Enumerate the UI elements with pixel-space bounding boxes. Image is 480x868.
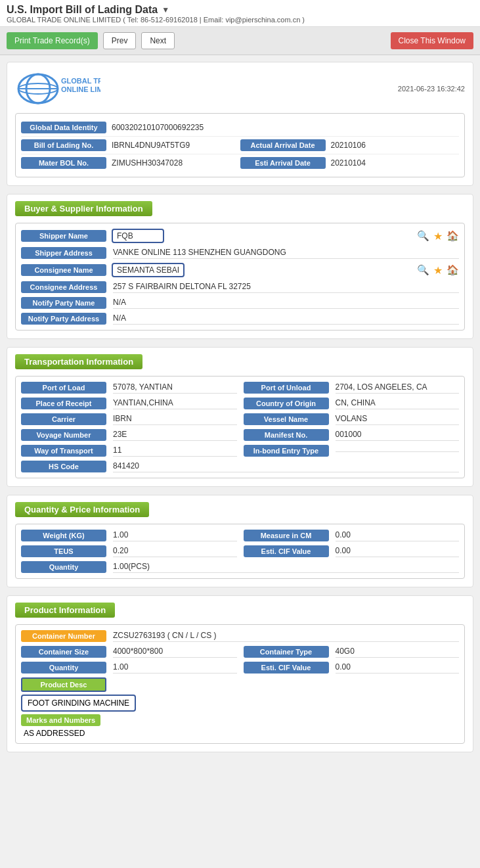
product-quantity-label: Quantity [21, 662, 106, 674]
marks-value: AS ADDRESSED [24, 729, 85, 738]
notify-party-address-label: Notify Party Address [21, 313, 106, 325]
marks-label: Marks and Numbers [21, 714, 100, 726]
quantity-label: Quantity [21, 561, 106, 573]
way-of-transport-value: 11 [113, 445, 237, 457]
mater-bol-label: Mater BOL No. [21, 157, 106, 169]
container-number-value: ZCSU2763193 ( CN / L / CS ) [113, 631, 459, 642]
svg-text:ONLINE LIMITED: ONLINE LIMITED [61, 85, 100, 93]
quantity-value: 1.00(PCS) [113, 562, 459, 573]
quantity-price-title: Quantity & Price Information [15, 502, 149, 517]
port-of-load-label: Port of Load [21, 382, 106, 394]
company-logo: GLOBAL TRADE ONLINE LIMITED [15, 70, 100, 106]
esti-arrival-value: 20210104 [331, 158, 366, 168]
place-of-receipt-value: YANTIAN,CHINA [113, 398, 237, 409]
product-esti-cif-value: 0.00 [336, 662, 460, 674]
home-icon-2[interactable]: 🏠 [447, 264, 459, 276]
mater-bol-value: ZIMUSHH30347028 [112, 158, 183, 168]
search-icon[interactable]: 🔍 [417, 230, 429, 242]
shipper-name-label: Shipper Name [21, 230, 106, 242]
container-type-value: 40G0 [336, 647, 460, 658]
global-data-identity-value: 600320210107000692235 [112, 123, 204, 132]
actual-arrival-label: Actual Arrival Date [240, 139, 326, 151]
home-icon[interactable]: 🏠 [447, 230, 459, 242]
vessel-name-label: Vessel Name [244, 413, 329, 425]
star-icon[interactable]: ★ [433, 230, 443, 242]
consignee-name-value[interactable]: SEMANTA SEBAI [112, 263, 185, 277]
vessel-name-value: VOLANS [336, 414, 460, 425]
svg-text:GLOBAL TRADE: GLOBAL TRADE [61, 77, 100, 85]
shipper-address-label: Shipper Address [21, 247, 106, 259]
carrier-value: IBRN [113, 414, 237, 425]
notify-party-name-value: N/A [113, 298, 459, 309]
measure-label: Measure in CM [244, 530, 329, 541]
container-number-label: Container Number [21, 630, 106, 642]
inbond-entry-label: In-bond Entry Type [244, 445, 329, 457]
esti-arrival-label: Esti Arrival Date [240, 157, 326, 169]
notify-party-name-label: Notify Party Name [21, 297, 106, 309]
container-size-value: 4000*800*800 [113, 647, 237, 658]
esti-cif-label: Esti. CIF Value [244, 545, 329, 557]
product-esti-cif-label: Esti. CIF Value [244, 662, 329, 674]
container-type-label: Container Type [244, 646, 329, 658]
global-data-identity-label: Global Data Identity [21, 122, 106, 133]
esti-cif-value: 0.00 [336, 546, 460, 557]
shipper-address-value: VANKE ONLINE 113 SHENZHEN GUANGDONG [113, 248, 459, 259]
country-of-origin-value: CN, CHINA [336, 398, 460, 409]
bill-of-lading-value: IBRNL4DNU9AT5TG9 [112, 141, 190, 150]
country-of-origin-label: Country of Origin [244, 398, 329, 409]
prev-button[interactable]: Prev [103, 32, 137, 49]
inbond-entry-value [336, 450, 460, 452]
place-of-receipt-label: Place of Receipt [21, 398, 106, 409]
weight-value: 1.00 [113, 530, 237, 541]
voyage-number-value: 23E [113, 430, 237, 441]
buyer-supplier-title: Buyer & Supplier Information [15, 201, 152, 216]
product-desc-value: FOOT GRINDING MACHINE [28, 698, 129, 708]
product-desc-label: Product Desc [21, 677, 106, 692]
hs-code-label: HS Code [21, 461, 106, 472]
teus-value: 0.20 [113, 546, 237, 557]
measure-value: 0.00 [336, 530, 460, 541]
port-of-unload-label: Port of Unload [244, 382, 329, 394]
container-size-label: Container Size [21, 646, 106, 658]
close-button[interactable]: Close This Window [391, 32, 473, 49]
shipper-name-value[interactable]: FQB [112, 229, 164, 243]
manifest-no-value: 001000 [336, 430, 460, 441]
transportation-title: Transportation Information [15, 354, 142, 369]
carrier-label: Carrier [21, 413, 106, 425]
port-of-load-value: 57078, YANTIAN [113, 382, 237, 394]
bill-of-lading-label: Bill of Lading No. [21, 139, 106, 151]
page-title: U.S. Import Bill of Lading Data [7, 4, 158, 16]
product-info-title: Product Information [15, 603, 115, 618]
print-button[interactable]: Print Trade Record(s) [7, 32, 98, 49]
voyage-number-label: Voyage Number [21, 429, 106, 441]
way-of-transport-label: Way of Transport [21, 445, 106, 457]
product-quantity-value: 1.00 [113, 662, 237, 674]
consignee-name-label: Consignee Name [21, 264, 106, 276]
notify-party-address-value: N/A [113, 313, 459, 325]
consignee-address-value: 257 S FAIRBAIRN DELTONA FL 32725 [113, 282, 459, 293]
port-of-unload-value: 2704, LOS ANGELES, CA [336, 382, 460, 394]
teus-label: TEUS [21, 545, 106, 557]
dropdown-icon[interactable]: ▼ [162, 5, 169, 14]
star-icon-2[interactable]: ★ [433, 264, 443, 277]
subtitle: GLOBAL TRADE ONLINE LIMITED ( Tel: 86-51… [7, 16, 473, 24]
next-button[interactable]: Next [141, 32, 175, 49]
consignee-address-label: Consignee Address [21, 281, 106, 293]
manifest-no-label: Manifest No. [244, 429, 329, 441]
hs-code-value: 841420 [113, 461, 459, 472]
weight-label: Weight (KG) [21, 530, 106, 541]
search-icon-2[interactable]: 🔍 [417, 264, 429, 276]
actual-arrival-value: 20210106 [331, 141, 366, 150]
timestamp: 2021-06-23 16:32:42 [398, 85, 465, 93]
